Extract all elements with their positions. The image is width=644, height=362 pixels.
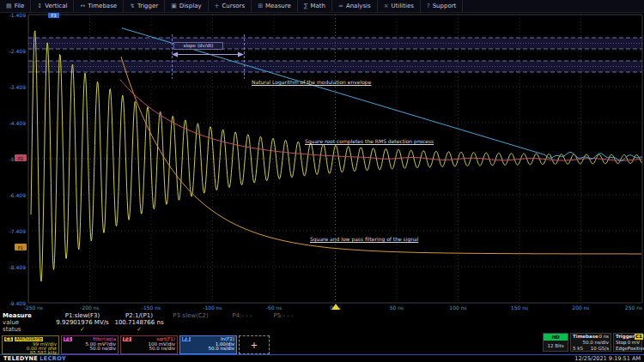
f1-level-tab[interactable]: F1 <box>15 244 27 250</box>
menu-label: Utilities <box>392 3 414 9</box>
descriptor-id: F3 <box>182 337 191 341</box>
trace-descriptors: C1AM/500kHz99 mV/div0.00 mV ofst85.587 k… <box>2 335 270 354</box>
reference-bands <box>28 38 642 72</box>
menu-label: Math <box>310 3 325 9</box>
trace-f1 <box>121 57 641 254</box>
menu-analysis[interactable]: ≈Analysis <box>332 0 378 12</box>
status-bar: TELEDYNE LECROY 12/25/2021 9:19:51 AM <box>0 354 644 362</box>
descriptor-id: F1 <box>64 337 72 341</box>
svg-text:-6.409: -6.409 <box>9 192 27 198</box>
descriptor-f3[interactable]: F3ln(F2)1.00/div50.0 ns/div <box>179 335 237 354</box>
svg-text:150 ns: 150 ns <box>511 305 528 311</box>
f3-level-tab[interactable]: F3 <box>48 12 59 18</box>
svg-text:-100 ns: -100 ns <box>203 305 222 311</box>
param-4-label[interactable]: P4:- - - <box>232 313 252 319</box>
svg-text:-9.409: -9.409 <box>9 300 27 306</box>
param-2-label[interactable]: P2:1/(P1) <box>125 313 153 319</box>
annotation-natural-log: Natural Logarithm of the modulation enve… <box>252 79 371 85</box>
timebase-scale: 50.0 ns/div <box>583 340 609 346</box>
arrow-right-icon <box>238 52 244 57</box>
trigger-slope: Positive <box>628 346 644 352</box>
menu-display[interactable]: ▣Display <box>165 0 208 12</box>
param-2-value: 100.7148766 ns <box>114 320 163 326</box>
menu-label: File <box>15 3 25 9</box>
param-1-status-icon: ✓ <box>80 327 85 333</box>
param-3-label[interactable]: P3:slew(C2) <box>173 313 208 319</box>
support-icon: ? <box>427 3 430 9</box>
svg-text:F1: F1 <box>18 245 23 250</box>
trigger-type: Edge <box>616 346 628 352</box>
menu-math[interactable]: ∑Math <box>298 0 332 12</box>
menu-label: Measure <box>265 3 291 9</box>
analysis-icon: ≈ <box>338 3 343 9</box>
hd-bits: 12 Bits <box>544 341 568 351</box>
svg-text:50 ns: 50 ns <box>390 305 404 311</box>
menu-utilities[interactable]: ×Utilities <box>378 0 421 12</box>
trigger-label: Trigger <box>616 334 635 340</box>
menu-label: Trigger <box>137 3 158 9</box>
f2-level-tab[interactable]: F2 <box>15 154 27 161</box>
annotation-low-pass: Square and low pass filtering of the sig… <box>310 236 418 242</box>
timebase-icon: ↔ <box>80 3 85 9</box>
menu-label: Cursors <box>222 3 245 9</box>
menu-vertical[interactable]: ↕Vertical <box>31 0 74 12</box>
oscilloscope-app: ▤File↕Vertical↔Timebase↯Trigger▣Display+… <box>0 0 644 362</box>
descriptor-line-2: 50.0 ns/div <box>123 347 175 351</box>
hd-resolution-box[interactable]: HD 12 Bits <box>543 333 568 352</box>
menu-label: Analysis <box>346 3 371 9</box>
waveform-display: -250 ns-200 ns-150 ns-100 ns-50 ns0 ns50… <box>0 0 644 311</box>
menu-bar: ▤File↕Vertical↔Timebase↯Trigger▣Display+… <box>0 0 644 13</box>
svg-text:200 ns: 200 ns <box>572 305 589 311</box>
menu-trigger[interactable]: ↯Trigger <box>124 0 165 12</box>
descriptor-c1[interactable]: C1AM/500kHz99 mV/div0.00 mV ofst85.587 k… <box>2 335 59 354</box>
annotation-square-root: Square root completes the RMS detection … <box>305 138 434 144</box>
descriptor-line-2: 50.0 ns/div <box>182 347 234 351</box>
svg-text:-7.409: -7.409 <box>9 228 27 234</box>
math-icon: ∑ <box>304 3 308 9</box>
utilities-icon: × <box>384 3 389 9</box>
menu-timebase[interactable]: ↔Timebase <box>74 0 124 12</box>
descriptor-f2[interactable]: F2sqrt(F1)100 mV/div50.0 ns/div <box>120 335 178 354</box>
svg-text:-50 ns: -50 ns <box>266 305 283 311</box>
measure-panel: MeasurevaluestatusP1:slew(F3)9.92901976 … <box>0 311 644 335</box>
param-5-label[interactable]: P5:- - - <box>273 313 293 319</box>
graticule <box>28 15 642 303</box>
measure-icon: ⊞ <box>258 3 263 9</box>
vertical-icon: ↕ <box>37 3 42 9</box>
trigger-box[interactable]: Trigger C1 DC Stop 0 mV Edge Positive <box>613 333 642 352</box>
measure-row-measure: Measure <box>3 313 32 319</box>
file-icon: ▤ <box>6 3 12 9</box>
svg-text:100 ns: 100 ns <box>449 305 466 311</box>
svg-text:-3.409: -3.409 <box>9 84 27 90</box>
descriptor-line-3: 85.587 kHz <box>4 351 57 355</box>
timebase-box[interactable]: Timebase 0 ns 50.0 ns/div 5 kS 10 GS/s <box>570 333 611 352</box>
timebase-rate: 10 GS/s <box>591 346 609 352</box>
display-icon: ▣ <box>171 3 177 9</box>
trigger-icon: ↯ <box>130 3 135 9</box>
timebase-delay: 0 ns <box>598 334 609 340</box>
descriptor-id: C1 <box>4 337 13 341</box>
descriptor-id: F2 <box>123 337 131 341</box>
trigger-source-badge: C1 <box>635 334 643 340</box>
param-2-status-icon: ✓ <box>137 327 142 333</box>
add-trace-button[interactable]: + <box>239 335 270 354</box>
arrow-left-icon <box>172 52 178 57</box>
descriptor-f1[interactable]: F1filter(sq(a5.00 mV²/div50.0 ns/div <box>61 335 118 354</box>
menu-file[interactable]: ▤File <box>0 0 31 12</box>
svg-text:-8.409: -8.409 <box>9 264 27 270</box>
clock: 12/25/2021 9:19:51 AM <box>574 355 641 362</box>
teledyne-lecroy-logo: TELEDYNE LECROY <box>3 355 66 362</box>
measure-row-status: status <box>3 327 21 333</box>
svg-text:F2: F2 <box>18 156 23 161</box>
slope-measurement-label: slope (dv/dt) <box>173 42 223 50</box>
menu-label: Display <box>179 3 202 9</box>
menu-label: Timebase <box>88 3 117 9</box>
svg-text:-4.409: -4.409 <box>9 120 27 126</box>
menu-cursors[interactable]: +Cursors <box>209 0 252 12</box>
menu-support[interactable]: ?Support <box>421 0 463 12</box>
menu-measure[interactable]: ⊞Measure <box>252 0 298 12</box>
trace-f2 <box>120 80 642 160</box>
param-1-label[interactable]: P1:slew(F3) <box>65 313 100 319</box>
param-1-value: 9.92901976 MV/s <box>56 320 108 326</box>
cursors-icon: + <box>215 3 220 9</box>
